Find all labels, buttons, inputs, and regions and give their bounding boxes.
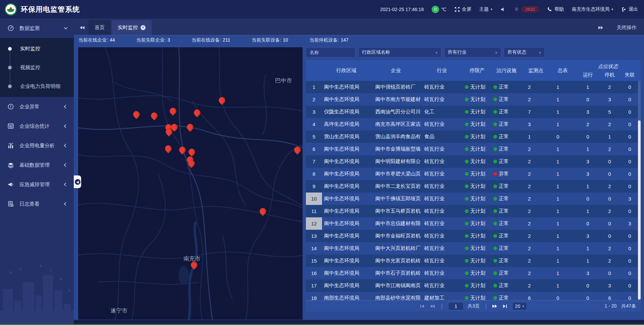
green-dot-icon (493, 184, 497, 188)
table-row[interactable]: 11阆中生态环境局阆中市五马桥页岩机砖砖瓦行业无计划正常21120 (306, 205, 641, 217)
industry-filter-select[interactable]: 所有行业∨ (444, 47, 501, 57)
table-row[interactable]: 1阆中生态环境局阆中强锐页岩砖厂砖瓦行业无计划正常21120 (306, 81, 641, 93)
theme-dropdown[interactable]: 主题▾ (479, 6, 492, 12)
stat-item: 当前在线设备:211 (192, 37, 230, 43)
org-dropdown[interactable]: 南充市生态环境局▾ (572, 6, 613, 12)
row-facility-text: 正常 (499, 183, 509, 189)
page-number-input[interactable] (448, 302, 464, 310)
tabs-scroll-right-button[interactable] (594, 20, 607, 35)
table-row[interactable]: 10阆中生态环境局阆中千佛镇五郎垭页岩砖瓦行业无计划正常21003 (306, 193, 641, 205)
table-row[interactable]: 3仪陇生态环境局西南油气田分公司川中化工无计划正常71350 (306, 106, 641, 118)
table-row[interactable]: 14阆中生态环境局阆中大兴页岩机砖厂砖瓦行业无计划正常21120 (306, 242, 641, 255)
row-points: 7 (522, 109, 550, 115)
row-facility-text: 正常 (499, 295, 509, 300)
row-limit-status: 无计划 (463, 109, 491, 115)
row-meters: 1 (550, 196, 575, 202)
mute-button[interactable] (500, 7, 506, 12)
row-stop: 2 (600, 208, 619, 214)
notification-area[interactable]: 2632 (514, 6, 539, 12)
table-row[interactable]: 7阆中生态环境局阆中明阳建材有限公司砖瓦行业无计划正常21300 (306, 155, 641, 168)
first-page-button[interactable] (420, 304, 426, 309)
row-lost: 0 (619, 258, 641, 264)
table-row[interactable]: 9阆中生态环境局阆中市二龙长宝页岩砖砖瓦行业无计划正常21120 (306, 180, 641, 193)
row-limit-text: 无计划 (470, 245, 485, 252)
table-row[interactable]: 4高坪生态环境局南充市高坪区王家店建砖瓦行业无计划正常31220 (306, 118, 641, 130)
next-page-button[interactable] (492, 304, 498, 309)
logout-button[interactable]: 退出 (621, 6, 638, 12)
row-run: 3 (575, 233, 600, 239)
region-filter-select[interactable]: 行政区域名称∨ (358, 47, 441, 57)
fullscreen-button[interactable]: 全屏 (454, 6, 471, 12)
prev-page-button[interactable] (430, 304, 436, 309)
row-region: 阆中生态环境局 (322, 208, 371, 214)
row-facility-text: 正常 (499, 196, 509, 202)
double-chevron-right-icon (598, 25, 603, 30)
row-lost: 0 (619, 109, 641, 115)
table-row[interactable]: 15阆中生态环境局阆中市光富页岩机砖厂砖瓦行业无计划正常21120 (306, 255, 641, 267)
sidebar-subitem-realtime-monitor[interactable]: 实时监控 (0, 39, 74, 58)
temperature: 0 ℃ (432, 6, 446, 13)
tab-realtime[interactable]: 实时监控✕ (112, 20, 152, 35)
table-row[interactable]: 12阆中生态环境局阆中市忠信建材有限公砖瓦行业无计划正常21003 (306, 217, 641, 230)
sidebar-item-power-analysis[interactable]: 企业用电量分析 (0, 136, 74, 155)
log-file-icon (7, 201, 15, 207)
table-row[interactable]: 13阆中生态环境局阆中市金福旺页岩机砖砖瓦行业无计划正常21300 (306, 230, 641, 242)
help-button[interactable]: 帮助 (547, 6, 564, 12)
row-points: 1 (522, 134, 550, 140)
tab-close-icon[interactable]: ✕ (141, 25, 146, 30)
sidebar-item-data-monitor[interactable]: 数据监测 (0, 18, 74, 38)
sidebar-subitem-video-monitor[interactable]: 视频监控 (0, 58, 74, 77)
row-facility-status: 正常 (491, 146, 522, 152)
row-limit-status: 无计划 (463, 258, 491, 264)
row-lost: 0 (619, 146, 641, 152)
row-meters: 1 (550, 208, 575, 214)
row-industry: 砖瓦行业 (421, 146, 463, 152)
map-panel[interactable]: 巴中市南充市遂宁市 (78, 47, 303, 320)
table-row[interactable]: 18南部生态环境局南部县砂华水泥有限公建材加工无计划正常60060 (306, 292, 641, 300)
page-size-select[interactable]: 20∨ (512, 302, 527, 310)
close-operations-button[interactable]: 关闭操作 (616, 24, 637, 31)
sidebar-item-emergency-reduction[interactable]: 应急减排管理 (0, 175, 74, 194)
table-row[interactable]: 2阆中生态环境局阆中市南方节能建材有砖瓦行业无计划正常21030 (306, 93, 641, 106)
sidebar-subitem-power-load-detail[interactable]: 企业电力负荷明细 (0, 77, 74, 96)
row-limit-text: 无计划 (470, 208, 485, 214)
green-dot-icon (465, 110, 469, 114)
row-meters: 1 (550, 246, 575, 251)
tabs-scroll-left-button[interactable] (76, 20, 89, 35)
chevron-down-icon (64, 25, 67, 29)
row-limit-status: 无计划 (463, 84, 491, 90)
sidebar-collapse-button[interactable]: ◀ (74, 175, 81, 188)
sidebar-item-enterprise-abnormal[interactable]: 企业异常 (0, 97, 74, 116)
sidebar-item-base-data[interactable]: 基础数据管理 (0, 155, 74, 175)
row-meters: 0 (550, 134, 575, 140)
table-row[interactable]: 17阆中生态环境局阆中市江南镇阆南页岩砖瓦行业无计划正常21030 (306, 279, 641, 292)
row-limit-status: 无计划 (463, 220, 491, 227)
map-city-label: 南充市 (183, 255, 201, 263)
row-region: 高坪生态环境局 (322, 121, 371, 127)
name-filter-input[interactable] (306, 47, 356, 57)
col-group-point-status: 点位状态 (575, 59, 641, 70)
sidebar-item-log-view[interactable]: 日志查看 (0, 194, 74, 214)
row-region: 阆中生态环境局 (322, 270, 371, 276)
green-dot-icon (493, 98, 497, 101)
tab-home[interactable]: 首页 (89, 20, 111, 35)
stat-label: 当前失联企业: (136, 37, 166, 43)
row-stop: 0 (600, 196, 619, 202)
table-row[interactable]: 6阆中生态环境局阆中市金博瑞新型墙材砖瓦行业无计划正常21120 (306, 143, 641, 155)
last-page-button[interactable] (502, 304, 508, 309)
table-body: 1阆中生态环境局阆中强锐页岩砖厂砖瓦行业无计划正常211202阆中生态环境局阆中… (306, 81, 641, 300)
status-filter-select[interactable]: 所有状态∨ (504, 47, 545, 57)
row-limit-text: 无计划 (470, 133, 485, 140)
chevron-down-icon: ∨ (435, 51, 438, 54)
stat-label: 当前停机设备: (310, 37, 339, 43)
table-row[interactable]: 16阆中生态环境局阆中市石子页岩机砖厂砖瓦行业无计划正常21300 (306, 267, 641, 279)
row-company: 阆中大兴页岩机砖厂 (371, 245, 421, 252)
chevron-left-icon (64, 202, 67, 206)
row-region: 南部生态环境局 (322, 295, 371, 300)
row-run: 3 (575, 270, 600, 276)
table-row[interactable]: 8阆中生态环境局阆中市枣碧大梁山页岩砖瓦行业无计划异常21300 (306, 168, 641, 180)
row-company: 阆中强锐页岩砖厂 (371, 84, 421, 90)
table-scrollbar-thumb[interactable] (638, 120, 641, 300)
sidebar-item-enterprise-stats[interactable]: 企业综合统计 (0, 116, 74, 136)
table-row[interactable]: 5营山生态环境局营山县润丰肉食品有限食品无计划正常10010 (306, 130, 641, 143)
